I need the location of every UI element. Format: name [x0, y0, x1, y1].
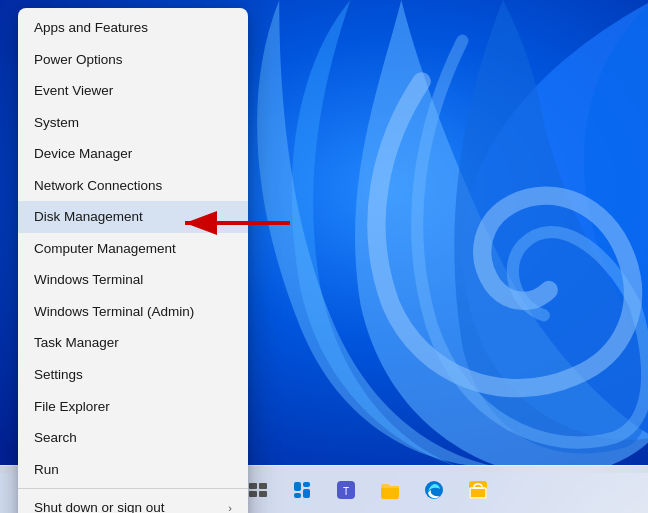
- menu-item-label: System: [34, 114, 79, 132]
- edge-icon: [423, 479, 445, 501]
- file-explorer-icon: [379, 479, 401, 501]
- menu-item-label: Disk Management: [34, 208, 143, 226]
- context-menu: Apps and FeaturesPower OptionsEvent View…: [18, 8, 248, 513]
- menu-item-run[interactable]: Run: [18, 454, 248, 486]
- menu-item-label: Apps and Features: [34, 19, 148, 37]
- menu-divider: [18, 488, 248, 489]
- menu-item-label: Shut down or sign out: [34, 499, 165, 513]
- desktop-background: Apps and FeaturesPower OptionsEvent View…: [0, 0, 648, 513]
- menu-item-label: Task Manager: [34, 334, 119, 352]
- menu-item-shut-down-sign-out[interactable]: Shut down or sign out›: [18, 492, 248, 513]
- svg-rect-9: [249, 483, 257, 489]
- chevron-right-icon: ›: [228, 501, 232, 513]
- task-view-icon: [248, 480, 268, 500]
- menu-item-label: Search: [34, 429, 77, 447]
- menu-item-label: Run: [34, 461, 59, 479]
- widgets-icon: [292, 480, 312, 500]
- store-icon: [467, 479, 489, 501]
- menu-item-apps-features[interactable]: Apps and Features: [18, 12, 248, 44]
- svg-rect-14: [303, 482, 310, 487]
- menu-item-network-connections[interactable]: Network Connections: [18, 170, 248, 202]
- menu-item-disk-management[interactable]: Disk Management: [18, 201, 248, 233]
- menu-item-device-manager[interactable]: Device Manager: [18, 138, 248, 170]
- svg-rect-16: [303, 489, 310, 498]
- taskbar-icon-edge[interactable]: [414, 470, 454, 510]
- menu-item-system[interactable]: System: [18, 107, 248, 139]
- menu-item-label: Windows Terminal (Admin): [34, 303, 194, 321]
- svg-rect-10: [259, 483, 267, 489]
- svg-rect-11: [249, 491, 257, 497]
- svg-rect-12: [259, 491, 267, 497]
- menu-item-computer-management[interactable]: Computer Management: [18, 233, 248, 265]
- menu-item-label: Windows Terminal: [34, 271, 143, 289]
- menu-item-label: Network Connections: [34, 177, 162, 195]
- menu-item-search[interactable]: Search: [18, 422, 248, 454]
- teams-icon: T: [335, 479, 357, 501]
- menu-item-label: Power Options: [34, 51, 123, 69]
- menu-item-event-viewer[interactable]: Event Viewer: [18, 75, 248, 107]
- svg-text:T: T: [343, 486, 349, 497]
- taskbar-icon-widgets[interactable]: [282, 470, 322, 510]
- svg-rect-15: [294, 493, 301, 498]
- menu-item-windows-terminal-admin[interactable]: Windows Terminal (Admin): [18, 296, 248, 328]
- menu-item-label: Event Viewer: [34, 82, 113, 100]
- taskbar-icon-teams[interactable]: T: [326, 470, 366, 510]
- taskbar-icon-store[interactable]: [458, 470, 498, 510]
- menu-item-power-options[interactable]: Power Options: [18, 44, 248, 76]
- menu-item-label: Settings: [34, 366, 83, 384]
- menu-item-windows-terminal[interactable]: Windows Terminal: [18, 264, 248, 296]
- menu-item-task-manager[interactable]: Task Manager: [18, 327, 248, 359]
- taskbar-icon-file-explorer[interactable]: [370, 470, 410, 510]
- menu-item-label: Device Manager: [34, 145, 132, 163]
- svg-rect-13: [294, 482, 301, 491]
- menu-item-label: Computer Management: [34, 240, 176, 258]
- menu-item-label: File Explorer: [34, 398, 110, 416]
- menu-item-settings[interactable]: Settings: [18, 359, 248, 391]
- menu-item-file-explorer[interactable]: File Explorer: [18, 391, 248, 423]
